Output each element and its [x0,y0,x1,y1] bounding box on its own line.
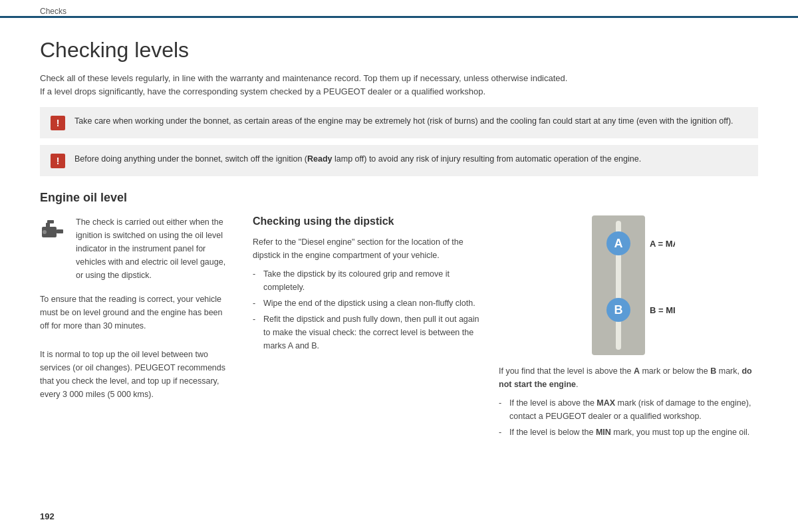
diagram-wrapper: A B A = MAX B = MIN [582,215,675,355]
svg-text:B = MIN: B = MIN [650,305,675,315]
warning-icon-1: ! [51,116,65,130]
warning-text-1: Take care when working under the bonnet,… [74,115,733,128]
dipstick-intro: Refer to the "Diesel engine" section for… [253,235,485,262]
right-column: A B A = MAX B = MIN If you find that the… [499,215,758,442]
warning-box-2: ! Before doing anything under the bonnet… [40,145,758,176]
page-number: 192 [40,511,55,521]
left-lower-text-1: To ensure that the reading is correct, y… [40,293,233,332]
dipstick-svg: A B A = MAX B = MIN [582,215,675,355]
warning-icon-2: ! [51,154,65,168]
svg-rect-3 [47,220,54,223]
svg-text:B: B [614,303,623,317]
dipstick-title: Checking using the dipstick [253,215,485,227]
breadcrumb: Checks [40,7,758,16]
left-lower-text-2: It is normal to top up the oil level bet… [40,348,233,401]
dipstick-diagram-container: A B A = MAX B = MIN [499,215,758,355]
svg-text:A = MAX: A = MAX [650,239,675,249]
svg-point-4 [43,230,47,234]
right-description: If you find that the level is above the … [499,364,758,391]
right-list: If the level is above the MAX mark (risk… [499,396,758,439]
dipstick-step-2: Wipe the end of the dipstick using a cle… [253,297,485,310]
svg-rect-2 [46,223,50,228]
warning-text-2: Before doing anything under the bonnet, … [74,153,641,166]
oil-icon-row: The check is carried out either when the… [40,215,233,282]
dipstick-step-3: Refit the dipstick and push fully down, … [253,313,485,352]
warning-box-1: ! Take care when working under the bonne… [40,107,758,138]
top-bar: Checks [0,0,798,18]
oil-can-icon [40,217,66,242]
svg-rect-1 [57,229,63,233]
svg-text:A: A [614,237,623,250]
engine-oil-section: The check is carried out either when the… [40,215,758,442]
page-title: Checking levels [40,38,758,63]
page-content: Checking levels Check all of these level… [0,18,798,468]
right-list-item-1: If the level is above the MAX mark (risk… [499,396,758,423]
right-list-item-2: If the level is below the MIN mark, you … [499,426,758,439]
intro-text-1: Check all of these levels regularly, in … [40,72,758,98]
section-title-engine-oil: Engine oil level [40,191,758,205]
dipstick-list: Take the dipstick by its coloured grip a… [253,267,485,352]
dipstick-step-1: Take the dipstick by its coloured grip a… [253,267,485,294]
left-icon-text: The check is carried out either when the… [76,215,233,282]
left-column: The check is carried out either when the… [40,215,253,442]
middle-column: Checking using the dipstick Refer to the… [253,215,499,442]
